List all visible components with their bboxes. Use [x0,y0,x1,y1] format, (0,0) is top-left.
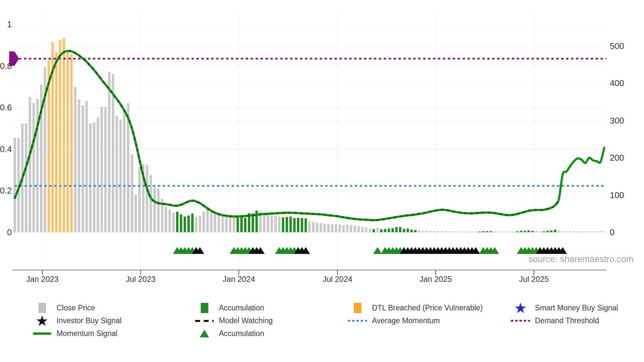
accumulation-bar [490,231,492,232]
price-bar [418,230,420,232]
price-bar [505,232,507,232]
x-axis-tick-label: Jul 2025 [519,275,549,283]
price-bar [357,226,360,232]
price-bar [580,231,583,232]
accumulation-bar [293,218,295,232]
price-bar [146,165,148,232]
price-bar [138,167,141,232]
price-bar [218,213,220,232]
price-bar [29,97,31,232]
price-bar [474,232,477,232]
accumulation-bar [516,231,518,232]
x-axis-tick-label: Jan 2024 [223,275,255,283]
price-bar [588,231,590,232]
accumulation-bar [388,229,390,232]
dtl-breached-bar [55,52,58,232]
accumulation-bar [184,216,186,232]
price-bar [172,213,174,232]
price-bar [459,232,462,232]
right-axis-tick-label: 500 [610,41,624,51]
dtl-breached-bar [66,50,69,232]
accumulation-bar [482,231,484,232]
dtl-breached-bar [63,38,65,232]
price-bar [558,230,560,232]
legend-item-investor-buy-signal: ★ Investor Buy Signal [32,314,122,327]
price-bar [426,231,428,232]
accumulation-triangle-icon [373,247,382,254]
accumulation-bar [305,218,307,232]
price-bar [441,231,443,232]
accumulation-bar [486,231,488,232]
accumulation-bar [180,215,182,232]
accumulation-bar [410,230,413,232]
legend-label: Smart Money Buy Signal [535,304,618,312]
price-bar [335,224,337,232]
price-bar [119,120,122,232]
green-triangle-icon [194,330,215,337]
price-bar [603,231,605,232]
legend-item-momentum-signal: Momentum Signal [32,327,122,340]
accumulation-bar [176,212,178,232]
left-axis-tick-label: 1 [7,19,12,29]
legend-item-accumulation-marker: Accumulation [194,327,273,340]
price-bar [270,215,273,232]
price-bar [365,227,367,232]
price-bar [74,87,76,232]
legend-label: Accumulation [219,304,264,312]
legend-item-average-momentum: Average Momentum [347,314,483,327]
price-bar [33,103,35,232]
price-bar [195,217,197,232]
price-bar [509,232,511,232]
price-bar [444,231,447,232]
price-bar [433,231,435,232]
price-bar [501,232,503,232]
price-bar [595,231,598,232]
price-bar [108,72,110,232]
left-axis-tick-label: 0 [7,227,12,237]
right-axis-tick-label: 200 [610,153,624,163]
price-bar [93,123,95,232]
price-bar [338,224,341,232]
accumulation-bar [527,230,530,232]
price-bar [494,231,496,232]
accumulation-bar [524,231,526,232]
purple-dotted-line-icon [510,320,531,322]
legend-item-smart-money-buy: ★ Smart Money Buy Signal [510,302,618,314]
chart-canvas: Jan 2023Jul 2023Jan 2024Jul 2024Jan 2025… [0,0,644,297]
legend-label: Close Price [57,304,95,312]
price-bar [592,231,594,232]
right-axis-tick-label: 300 [610,116,624,125]
price-bar [214,211,216,232]
price-bar [584,231,586,232]
price-bar [78,100,80,232]
accumulation-bar [403,229,405,232]
legend-item-demand-threshold: Demand Threshold [510,314,618,327]
black-star-icon: ★ [32,314,53,328]
price-bar [535,231,537,232]
x-axis-tick-label: Jan 2025 [420,275,452,283]
dashed-line-icon [194,320,215,322]
price-bar [202,212,205,232]
right-axis-tick-label: 400 [610,78,624,88]
legend-item-model-watching: Model Watching [194,314,273,327]
blue-dotted-line-icon [347,320,368,322]
price-bar [422,231,424,232]
price-bar [327,224,330,232]
legend-label: Demand Threshold [535,316,599,325]
price-bar [316,222,318,232]
price-bar [599,231,602,232]
price-bar [463,232,466,232]
price-bar [565,231,567,232]
accumulation-bar [391,228,394,232]
x-axis-tick-label: Jul 2023 [126,275,156,283]
price-bar [320,223,322,232]
accumulation-bar [395,227,398,232]
legend-label: DTL Breached (Price Vulnerable) [372,304,483,312]
legend-label: Momentum Signal [57,329,117,338]
momentum-line-icon [32,332,53,335]
price-bar [101,107,103,232]
accumulation-bar [384,229,386,232]
accumulation-bar [187,215,190,232]
accumulation-bar [406,229,409,232]
accumulation-bar [244,218,246,232]
